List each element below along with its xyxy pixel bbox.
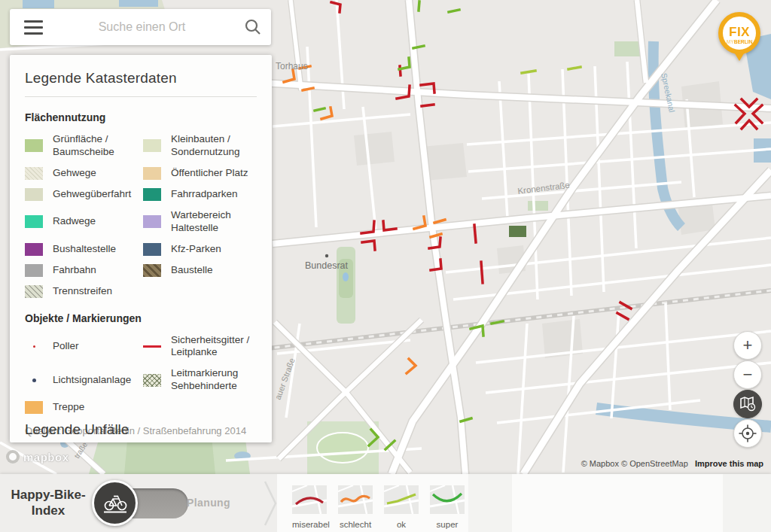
color-swatch — [25, 264, 43, 277]
quality-tile-ok: ok — [384, 485, 419, 529]
divider — [25, 96, 257, 97]
quality-label: miserabel — [292, 520, 327, 529]
menu-icon[interactable] — [10, 20, 49, 35]
legend-item-label: Lichtsignalanlage — [53, 374, 131, 387]
folded-map-clock-icon — [739, 395, 757, 413]
legend-item: Fahrradparken — [143, 188, 257, 201]
logo-fix-text: FIX — [729, 25, 750, 39]
legend-item-label: Fahrbahn — [53, 264, 96, 277]
leitplanke-marker — [143, 345, 161, 348]
legend-item: Leitmarkierung Sehbehinderte — [143, 367, 257, 393]
legend-item: Sicherheitsgitter / Leitplanke — [143, 334, 257, 360]
legend-item: Grünfläche / Baumscheibe — [25, 133, 139, 159]
minus-icon: − — [743, 365, 753, 385]
color-swatch — [143, 243, 161, 256]
planung-option[interactable]: Planung — [187, 497, 230, 509]
zoom-out-button[interactable]: − — [733, 360, 762, 389]
bicycle-icon — [102, 492, 128, 515]
legend-item-label: Sicherheitsgitter / Leitplanke — [171, 334, 257, 360]
osm-attribution-link[interactable]: © OpenStreetMap — [621, 459, 688, 468]
legend-item-label: Öffentlicher Platz — [171, 167, 248, 180]
legend-item: Gehwege — [25, 167, 139, 180]
color-swatch — [25, 188, 43, 201]
legend-item: Treppe — [25, 401, 139, 414]
quality-label: super — [430, 520, 465, 529]
bar-shade — [468, 474, 512, 532]
section-flaechennutzung: Flächennutzung — [25, 111, 257, 123]
color-swatch — [25, 215, 43, 228]
map-attribution: © Mapbox © OpenStreetMap Improve this ma… — [581, 459, 763, 468]
improve-map-link[interactable]: Improve this map — [695, 459, 763, 468]
index-toggle-section: Happy-Bike- Index Planung — [0, 474, 277, 532]
legend-item: Kleinbauten / Sondernutzung — [143, 133, 257, 159]
legend-item-label: Fahrradparken — [171, 188, 238, 201]
legend-item-label: Bushaltestelle — [53, 243, 116, 256]
legend-item: Fahrbahn — [25, 264, 139, 277]
quality-label: schlecht — [338, 520, 373, 529]
legend-item-empty — [143, 401, 257, 414]
logo-berlin-text: BERLIN — [734, 39, 753, 44]
leitmarkierung-swatch — [143, 374, 161, 387]
legend-item-label: Poller — [53, 340, 79, 353]
legend-item-label: Trennstreifen — [53, 285, 112, 298]
color-swatch — [25, 285, 43, 298]
color-swatch — [25, 243, 43, 256]
poller-marker — [25, 345, 43, 348]
locate-button[interactable] — [733, 419, 762, 448]
legend-item: Lichtsignalanlage — [25, 374, 139, 387]
legend-item-label: Treppe — [53, 401, 84, 414]
color-swatch — [143, 139, 161, 152]
happy-bike-index-label: Happy-Bike- Index — [6, 487, 90, 519]
index-planung-toggle[interactable] — [92, 480, 178, 526]
color-swatch — [143, 215, 161, 228]
app: { "search": { "placeholder": "Suche eine… — [0, 0, 771, 532]
quality-legend: miserabel schlecht ok super — [292, 485, 465, 529]
legend-item: Kfz-Parken — [143, 243, 257, 256]
plus-icon: + — [743, 336, 753, 355]
map-label-torhaus: Torhaus — [276, 61, 308, 71]
quality-tile-super: super — [430, 485, 465, 529]
fixmyberlin-logo-marker[interactable]: FIX MYBERLIN — [715, 11, 763, 68]
legend-item-empty — [143, 285, 257, 298]
legend-item-label: Kfz-Parken — [171, 243, 221, 256]
crosshair-icon — [738, 424, 757, 443]
mapbox-attribution-link[interactable]: © Mapbox — [581, 459, 619, 468]
layers-map-button[interactable] — [733, 390, 762, 418]
search-input[interactable] — [49, 20, 235, 34]
color-swatch — [25, 167, 43, 180]
lichtsignal-marker — [25, 378, 43, 382]
svg-text:MYBERLIN: MYBERLIN — [727, 39, 753, 44]
toggle-knob[interactable] — [92, 480, 138, 526]
quality-tile-miserabel: miserabel — [292, 485, 327, 529]
legend-item-label: Wartebereich Haltestelle — [171, 209, 257, 235]
legend-item: Bushaltestelle — [25, 243, 139, 256]
zoom-in-button[interactable]: + — [733, 331, 762, 360]
legend-unfaelle-title: Legende Unfälle — [25, 421, 129, 438]
color-swatch — [143, 264, 161, 277]
bottom-bar: Happy-Bike- Index Planung mis — [0, 474, 771, 532]
legend-item-label: Grünfläche / Baumscheibe — [53, 133, 139, 159]
color-swatch — [143, 167, 161, 180]
search-bar — [10, 9, 271, 45]
legend-item-label: Leitmarkierung Sehbehinderte — [171, 367, 257, 393]
legend-item: Öffentlicher Platz — [143, 167, 257, 180]
flaechen-grid: Grünfläche / Baumscheibe Kleinbauten / S… — [25, 133, 257, 298]
mapbox-logo[interactable]: mapbox — [6, 450, 69, 464]
legend-item-label: Kleinbauten / Sondernutzung — [171, 133, 257, 159]
legend-item: Trennstreifen — [25, 285, 139, 298]
legend-item-label: Baustelle — [171, 264, 213, 277]
legend-item: Radwege — [25, 215, 139, 228]
treppe-swatch — [25, 401, 43, 414]
legend-item-label: Radwege — [53, 215, 96, 228]
legend-item: Gehwegüberfahrt — [25, 188, 139, 201]
quality-tile-schlecht: schlecht — [338, 485, 373, 529]
color-swatch — [25, 139, 43, 152]
quality-label: ok — [384, 520, 419, 529]
section-objekte: Objekte / Markierungen — [25, 312, 257, 324]
legend-item: Poller — [25, 340, 139, 353]
search-icon[interactable] — [235, 18, 271, 36]
objekte-grid: Poller Sicherheitsgitter / Leitplanke Li… — [25, 334, 257, 415]
legend-item-label: Gehwege — [53, 167, 96, 180]
chevron-right-icon — [261, 479, 280, 528]
legend-item: Wartebereich Haltestelle — [143, 209, 257, 235]
